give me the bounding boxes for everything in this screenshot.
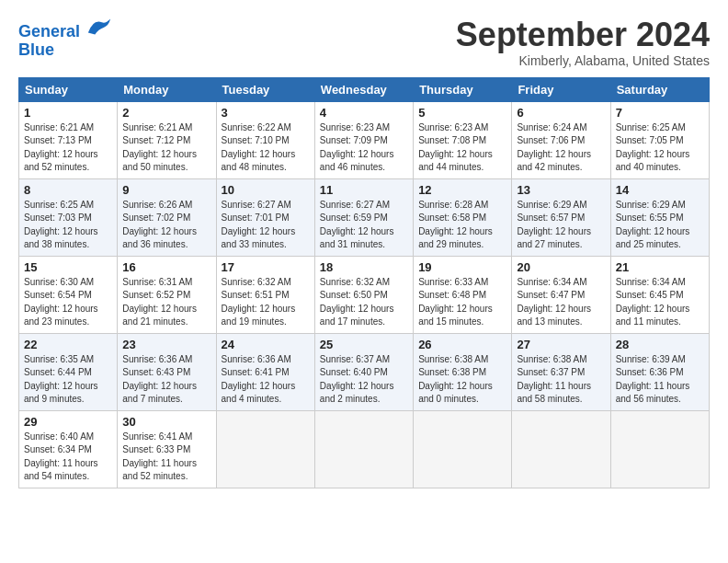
day-number: 8: [24, 183, 112, 197]
col-wednesday: Wednesday: [314, 77, 413, 101]
cell-content: Sunrise: 6:34 AMSunset: 6:47 PMDaylight:…: [517, 276, 605, 329]
cell-content: Sunrise: 6:41 AMSunset: 6:33 PMDaylight:…: [122, 431, 210, 484]
cell-content: Sunrise: 6:28 AMSunset: 6:58 PMDaylight:…: [418, 199, 506, 252]
cell-content: Sunrise: 6:25 AMSunset: 7:05 PMDaylight:…: [616, 121, 704, 175]
day-number: 6: [517, 106, 605, 120]
logo-general: General: [18, 22, 80, 40]
cell-content: Sunrise: 6:27 AMSunset: 6:59 PMDaylight:…: [320, 199, 408, 252]
calendar-row: 22Sunrise: 6:35 AMSunset: 6:44 PMDayligh…: [19, 333, 710, 410]
table-row: 30Sunrise: 6:41 AMSunset: 6:33 PMDayligh…: [118, 410, 216, 488]
cell-content: Sunrise: 6:27 AMSunset: 7:01 PMDaylight:…: [222, 199, 310, 252]
table-row: [314, 410, 413, 488]
day-number: 19: [418, 260, 506, 274]
day-number: 2: [122, 106, 210, 120]
day-number: 9: [122, 183, 210, 197]
table-row: 28Sunrise: 6:39 AMSunset: 6:36 PMDayligh…: [610, 333, 709, 410]
day-number: 16: [122, 260, 210, 274]
day-number: 23: [122, 338, 210, 351]
page: General Blue September 2024 Kimberly, Al…: [0, 0, 728, 498]
calendar-row: 1Sunrise: 6:21 AMSunset: 7:13 PMDaylight…: [19, 101, 710, 178]
day-number: 27: [517, 338, 605, 351]
day-number: 22: [24, 338, 112, 351]
table-row: 10Sunrise: 6:27 AMSunset: 7:01 PMDayligh…: [216, 178, 314, 256]
cell-content: Sunrise: 6:33 AMSunset: 6:48 PMDaylight:…: [418, 276, 506, 329]
table-row: 21Sunrise: 6:34 AMSunset: 6:45 PMDayligh…: [610, 256, 709, 333]
cell-content: Sunrise: 6:21 AMSunset: 7:12 PMDaylight:…: [122, 121, 210, 175]
col-thursday: Thursday: [414, 77, 512, 101]
day-number: 15: [24, 260, 112, 274]
day-number: 26: [418, 338, 506, 351]
month-title: September 2024: [456, 17, 710, 53]
cell-content: Sunrise: 6:23 AMSunset: 7:09 PMDaylight:…: [320, 121, 408, 175]
cell-content: Sunrise: 6:32 AMSunset: 6:50 PMDaylight:…: [320, 276, 408, 329]
table-row: 29Sunrise: 6:40 AMSunset: 6:34 PMDayligh…: [19, 410, 118, 488]
cell-content: Sunrise: 6:31 AMSunset: 6:52 PMDaylight:…: [122, 276, 210, 329]
cell-content: Sunrise: 6:24 AMSunset: 7:06 PMDaylight:…: [517, 121, 605, 175]
day-number: 17: [222, 260, 310, 274]
day-number: 21: [616, 260, 704, 274]
table-row: 20Sunrise: 6:34 AMSunset: 6:47 PMDayligh…: [512, 256, 610, 333]
day-number: 11: [320, 183, 408, 197]
table-row: 3Sunrise: 6:22 AMSunset: 7:10 PMDaylight…: [216, 101, 314, 178]
day-number: 14: [616, 183, 704, 197]
logo: General Blue: [18, 17, 112, 60]
col-sunday: Sunday: [19, 77, 118, 101]
day-number: 24: [222, 338, 310, 351]
table-row: 4Sunrise: 6:23 AMSunset: 7:09 PMDaylight…: [314, 101, 413, 178]
table-row: 8Sunrise: 6:25 AMSunset: 7:03 PMDaylight…: [19, 178, 118, 256]
table-row: 12Sunrise: 6:28 AMSunset: 6:58 PMDayligh…: [414, 178, 512, 256]
location: Kimberly, Alabama, United States: [456, 53, 710, 68]
table-row: 19Sunrise: 6:33 AMSunset: 6:48 PMDayligh…: [414, 256, 512, 333]
table-row: [610, 410, 709, 488]
table-row: 6Sunrise: 6:24 AMSunset: 7:06 PMDaylight…: [512, 101, 610, 178]
header-row: Sunday Monday Tuesday Wednesday Thursday…: [19, 77, 710, 101]
table-row: [512, 410, 610, 488]
logo-blue: Blue: [18, 41, 112, 60]
cell-content: Sunrise: 6:38 AMSunset: 6:37 PMDaylight:…: [517, 353, 605, 407]
cell-content: Sunrise: 6:23 AMSunset: 7:08 PMDaylight:…: [418, 121, 506, 175]
day-number: 3: [222, 106, 310, 120]
cell-content: Sunrise: 6:29 AMSunset: 6:55 PMDaylight:…: [616, 199, 704, 252]
logo-bird-icon: [86, 17, 112, 37]
cell-content: Sunrise: 6:37 AMSunset: 6:40 PMDaylight:…: [320, 353, 408, 407]
table-row: 5Sunrise: 6:23 AMSunset: 7:08 PMDaylight…: [414, 101, 512, 178]
cell-content: Sunrise: 6:30 AMSunset: 6:54 PMDaylight:…: [24, 276, 112, 329]
cell-content: Sunrise: 6:22 AMSunset: 7:10 PMDaylight:…: [222, 121, 310, 175]
cell-content: Sunrise: 6:29 AMSunset: 6:57 PMDaylight:…: [517, 199, 605, 252]
col-monday: Monday: [118, 77, 216, 101]
table-row: 17Sunrise: 6:32 AMSunset: 6:51 PMDayligh…: [216, 256, 314, 333]
logo-text: General: [18, 17, 112, 41]
table-row: 22Sunrise: 6:35 AMSunset: 6:44 PMDayligh…: [19, 333, 118, 410]
table-row: 9Sunrise: 6:26 AMSunset: 7:02 PMDaylight…: [118, 178, 216, 256]
day-number: 12: [418, 183, 506, 197]
cell-content: Sunrise: 6:32 AMSunset: 6:51 PMDaylight:…: [222, 276, 310, 329]
table-row: 1Sunrise: 6:21 AMSunset: 7:13 PMDaylight…: [19, 101, 118, 178]
calendar-row: 8Sunrise: 6:25 AMSunset: 7:03 PMDaylight…: [19, 178, 710, 256]
cell-content: Sunrise: 6:36 AMSunset: 6:41 PMDaylight:…: [222, 353, 310, 407]
cell-content: Sunrise: 6:38 AMSunset: 6:38 PMDaylight:…: [418, 353, 506, 407]
cell-content: Sunrise: 6:40 AMSunset: 6:34 PMDaylight:…: [24, 431, 112, 484]
cell-content: Sunrise: 6:36 AMSunset: 6:43 PMDaylight:…: [122, 353, 210, 407]
table-row: 14Sunrise: 6:29 AMSunset: 6:55 PMDayligh…: [610, 178, 709, 256]
cell-content: Sunrise: 6:26 AMSunset: 7:02 PMDaylight:…: [122, 199, 210, 252]
calendar-body: 1Sunrise: 6:21 AMSunset: 7:13 PMDaylight…: [19, 101, 710, 488]
table-row: 24Sunrise: 6:36 AMSunset: 6:41 PMDayligh…: [216, 333, 314, 410]
day-number: 25: [320, 338, 408, 351]
table-row: 13Sunrise: 6:29 AMSunset: 6:57 PMDayligh…: [512, 178, 610, 256]
cell-content: Sunrise: 6:34 AMSunset: 6:45 PMDaylight:…: [616, 276, 704, 329]
table-row: 27Sunrise: 6:38 AMSunset: 6:37 PMDayligh…: [512, 333, 610, 410]
cell-content: Sunrise: 6:21 AMSunset: 7:13 PMDaylight:…: [24, 121, 112, 175]
table-row: 7Sunrise: 6:25 AMSunset: 7:05 PMDaylight…: [610, 101, 709, 178]
day-number: 13: [517, 183, 605, 197]
col-saturday: Saturday: [610, 77, 709, 101]
calendar-table: Sunday Monday Tuesday Wednesday Thursday…: [18, 77, 710, 488]
cell-content: Sunrise: 6:39 AMSunset: 6:36 PMDaylight:…: [616, 353, 704, 407]
table-row: 26Sunrise: 6:38 AMSunset: 6:38 PMDayligh…: [414, 333, 512, 410]
day-number: 5: [418, 106, 506, 120]
day-number: 18: [320, 260, 408, 274]
day-number: 4: [320, 106, 408, 120]
col-tuesday: Tuesday: [216, 77, 314, 101]
day-number: 30: [122, 415, 210, 429]
table-row: 11Sunrise: 6:27 AMSunset: 6:59 PMDayligh…: [314, 178, 413, 256]
table-row: 2Sunrise: 6:21 AMSunset: 7:12 PMDaylight…: [118, 101, 216, 178]
